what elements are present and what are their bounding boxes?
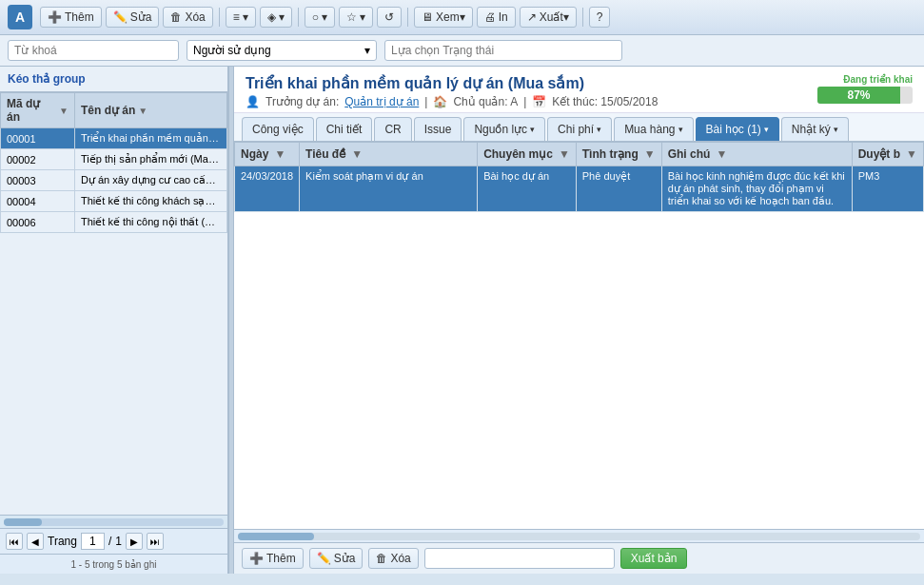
status-filter-icon[interactable]: ▼ xyxy=(644,147,656,161)
lessons-table: Ngày ▼ Tiêu đề ▼ Chuyên mục ▼ Tình trạ xyxy=(234,142,924,212)
tools-icon: ◈ xyxy=(267,10,276,24)
manager-link[interactable]: Quản trị dự án xyxy=(344,95,419,108)
date-filter-icon[interactable]: ▼ xyxy=(274,147,285,161)
scroll-track[interactable] xyxy=(238,533,920,540)
page-sep: / xyxy=(108,535,111,548)
tab-chi-phi[interactable]: Chi phí ▾ xyxy=(547,117,612,141)
manager-label: Trưởng dự án: xyxy=(265,95,339,108)
app-logo: A xyxy=(8,5,32,29)
scroll-thumb[interactable] xyxy=(238,533,314,540)
bai-hoc-chevron: ▾ xyxy=(764,125,769,134)
progress-bar: 87% xyxy=(817,87,913,104)
project-title: Triển khai phần mềm quản lý dự án (Mua s… xyxy=(246,74,817,92)
bottom-edit-button[interactable]: ✏️ Sửa xyxy=(309,548,364,569)
tab-nhat-ky[interactable]: Nhật ký ▾ xyxy=(781,117,849,141)
total-pages: 1 xyxy=(115,535,122,548)
tab-issue[interactable]: Issue xyxy=(414,117,462,141)
tab-cong-viec[interactable]: Công việc xyxy=(242,117,314,141)
nguon-luc-chevron: ▾ xyxy=(530,125,535,134)
bottom-edit-icon: ✏️ xyxy=(317,552,331,565)
approve-filter-icon[interactable]: ▼ xyxy=(906,147,917,161)
owner-icon: 🏠 xyxy=(433,95,447,108)
code-filter-icon[interactable]: ▼ xyxy=(59,106,69,116)
delete-icon: 🗑 xyxy=(170,10,182,24)
print-button[interactable]: 🖨 In xyxy=(477,7,516,28)
star-icon: ☆ xyxy=(346,10,357,24)
project-name-header: Tên dự án ▼ xyxy=(75,93,227,128)
left-hscroll[interactable] xyxy=(0,515,227,528)
bottom-add-icon: ➕ xyxy=(249,552,264,565)
user-select[interactable]: Người sử dụng ▾ xyxy=(187,40,377,61)
bottom-toolbar: ➕ Thêm ✏️ Sửa 🗑 Xóa Xuất bản xyxy=(234,542,924,574)
sep2 xyxy=(298,8,299,27)
edit-button[interactable]: ✏️ Sửa xyxy=(106,7,160,28)
manager-icon: 👤 xyxy=(246,95,260,108)
edit-icon: ✏️ xyxy=(113,10,128,24)
circle-icon: ○ xyxy=(312,10,319,24)
project-meta: 👤 Trưởng dự án: Quản trị dự án | 🏠 Chủ q… xyxy=(246,95,817,108)
note-filter-icon[interactable]: ▼ xyxy=(716,147,727,161)
bottom-add-button[interactable]: ➕ Thêm xyxy=(242,548,304,569)
first-page-button[interactable]: ⏮ xyxy=(6,533,23,550)
circle-button[interactable]: ○▾ xyxy=(305,7,335,28)
refresh-icon: ↺ xyxy=(384,10,394,24)
star-button[interactable]: ☆▾ xyxy=(339,7,373,28)
progress-bar-fill: 87% xyxy=(817,87,900,104)
table-row[interactable]: 00003 Dự án xây dựng cư cao cấp A (Xây .… xyxy=(1,170,227,191)
name-filter-icon[interactable]: ▼ xyxy=(138,106,147,116)
date-col-header: Ngày ▼ xyxy=(235,143,300,166)
sep3 xyxy=(407,8,408,27)
keyword-input[interactable] xyxy=(8,40,179,61)
progress-area: Đang triển khai 87% xyxy=(817,74,913,104)
project-title-area: Triển khai phần mềm quản lý dự án (Mua s… xyxy=(246,74,817,108)
tab-mua-hang[interactable]: Mua hàng ▾ xyxy=(614,117,693,141)
search-bar: Người sử dụng ▾ xyxy=(0,35,924,67)
bottom-delete-button[interactable]: 🗑 Xóa xyxy=(368,548,418,569)
next-page-button[interactable]: ▶ xyxy=(126,533,143,550)
table-row[interactable]: 00002 Tiếp thị sản phẩm mới (Marketing) xyxy=(1,149,227,170)
tab-cr[interactable]: CR xyxy=(374,117,411,141)
chi-phi-chevron: ▾ xyxy=(597,125,601,134)
page-label: Trang xyxy=(48,535,77,548)
table-row[interactable]: 00006 Thiết kế thi công nội thất (Kiến t… xyxy=(1,212,227,233)
delete-button[interactable]: 🗑 Xóa xyxy=(163,7,212,28)
category-col-header: Chuyên mục ▼ xyxy=(478,143,577,166)
page-input[interactable] xyxy=(81,533,105,550)
status-select[interactable] xyxy=(384,40,622,61)
record-count: 1 - 5 trong 5 bản ghi xyxy=(71,559,157,570)
print-icon: 🖨 xyxy=(484,10,496,24)
hscroll-bar[interactable] xyxy=(234,529,924,542)
bottom-search-input[interactable] xyxy=(424,548,615,569)
tab-nguon-luc[interactable]: Nguồn lực ▾ xyxy=(463,117,545,141)
publish-button[interactable]: Xuất bản xyxy=(620,548,688,569)
tab-chi-tiet[interactable]: Chi tiết xyxy=(316,117,373,141)
category-filter-icon[interactable]: ▼ xyxy=(559,147,570,161)
table-row[interactable]: 00001 Triển khai phần mềm quản lý dự án … xyxy=(1,128,227,149)
table-row[interactable]: 24/03/2018 Kiểm soát phạm vi dự án Bài h… xyxy=(235,166,924,212)
refresh-button[interactable]: ↺ xyxy=(377,7,402,28)
add-icon: ➕ xyxy=(48,10,62,24)
project-list-table: Mã dự án ▼ Tên dự án ▼ xyxy=(0,92,227,233)
tab-bai-hoc[interactable]: Bài học (1) ▾ xyxy=(696,117,779,141)
prev-page-button[interactable]: ◀ xyxy=(27,533,44,550)
title-filter-icon[interactable]: ▼ xyxy=(351,147,363,161)
user-select-arrow: ▾ xyxy=(364,44,370,57)
help-button[interactable]: ? xyxy=(589,7,611,28)
status-col-header: Tình trạng ▼ xyxy=(576,143,661,166)
view-icon: 🖥 xyxy=(422,10,433,24)
project-code-header: Mã dự án ▼ xyxy=(1,93,75,128)
title-col-header: Tiêu đề ▼ xyxy=(300,143,478,166)
add-button[interactable]: ➕ Thêm xyxy=(40,7,102,28)
tools-button[interactable]: ◈▾ xyxy=(260,7,292,28)
menu-button[interactable]: ≡▾ xyxy=(226,7,256,28)
right-panel: Triển khai phần mềm quản lý dự án (Mua s… xyxy=(234,67,924,574)
last-page-button[interactable]: ⏭ xyxy=(147,533,164,550)
table-row[interactable]: 00004 Thiết kế thi công khách sạn B (Xây… xyxy=(1,191,227,212)
sep1 xyxy=(219,8,220,27)
left-panel-header: Kéo thả group xyxy=(0,67,227,92)
view-button[interactable]: 🖥 Xem▾ xyxy=(414,7,473,28)
calendar-icon: 📅 xyxy=(532,95,546,108)
main-layout: Kéo thả group Mã dự án ▼ Tên dự án xyxy=(0,67,924,574)
export-button[interactable]: ↗ Xuất▾ xyxy=(520,7,577,28)
note-col-header: Ghi chú ▼ xyxy=(661,143,852,166)
